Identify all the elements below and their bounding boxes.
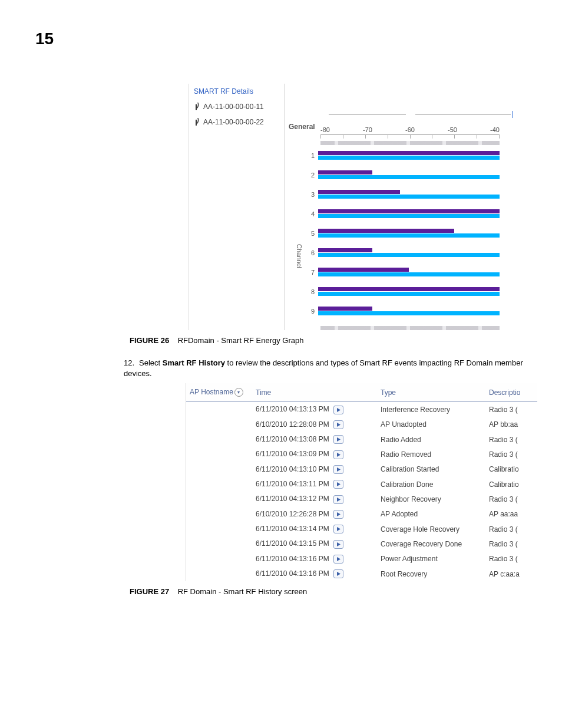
- play-icon[interactable]: [333, 555, 343, 564]
- cell-description: Radio 3 (: [485, 492, 537, 506]
- play-icon[interactable]: [333, 525, 343, 533]
- cell-hostname: [186, 492, 252, 506]
- play-icon[interactable]: [333, 540, 343, 549]
- cell-description: Calibratio: [485, 462, 537, 477]
- chart-bar-series1: [318, 307, 372, 311]
- chart-bar-series1: [318, 209, 500, 213]
- svg-marker-0: [337, 408, 340, 412]
- cell-hostname: [186, 462, 252, 477]
- col-ap-hostname[interactable]: AP Hostname▾: [186, 383, 252, 402]
- cell-type: AP Adopted: [377, 507, 485, 522]
- cell-description: Radio 3 (: [485, 432, 537, 447]
- cell-hostname: [186, 417, 252, 432]
- chart-row: 3: [298, 190, 500, 199]
- table-row[interactable]: 6/11/2010 04:13:15 PM Coverage Recovery …: [186, 536, 537, 551]
- ap-icon: [193, 118, 201, 126]
- cell-time: 6/10/2010 12:26:28 PM: [252, 507, 377, 522]
- chart-row: 2: [298, 170, 500, 179]
- chart-bar-series1: [318, 170, 372, 174]
- cell-time: 6/10/2010 12:28:08 PM: [252, 417, 377, 432]
- play-icon[interactable]: [333, 569, 343, 578]
- col-time[interactable]: Time: [252, 383, 377, 402]
- cell-type: Neighbor Recovery: [377, 492, 485, 506]
- table-row[interactable]: 6/11/2010 04:13:08 PM Radio AddedRadio 3…: [186, 432, 537, 447]
- col-type[interactable]: Type: [377, 383, 485, 402]
- figure27-caption: FIGURE 27 RF Domain - Smart RF History s…: [130, 587, 527, 596]
- play-icon[interactable]: [333, 495, 343, 504]
- cell-hostname: [186, 552, 252, 566]
- fig26-panel: SMART RF Details AA-11-00-00-00-11AA-11-…: [189, 84, 513, 330]
- cell-description: Radio 3 (: [485, 522, 537, 536]
- svg-marker-9: [337, 542, 340, 546]
- table-row[interactable]: 6/11/2010 04:13:11 PM Calibration DoneCa…: [186, 477, 537, 492]
- x-tick: -80: [320, 126, 330, 133]
- tree-item[interactable]: AA-11-00-00-00-11: [189, 99, 285, 114]
- sort-icon[interactable]: ▾: [234, 388, 243, 397]
- cell-type: Radio Removed: [377, 447, 485, 462]
- cell-hostname: [186, 477, 252, 492]
- figure27-label: FIGURE 27: [130, 587, 169, 596]
- cell-type: Calibration Started: [377, 462, 485, 477]
- cell-time: 6/11/2010 04:13:16 PM: [252, 566, 377, 581]
- chart-bar-series2: [318, 175, 500, 179]
- tree-item-label: AA-11-00-00-00-11: [203, 103, 264, 111]
- play-icon[interactable]: [333, 480, 343, 489]
- figure26-caption: FIGURE 26 RFDomain - Smart RF Energy Gra…: [130, 336, 527, 345]
- cell-description: Radio 3 (: [485, 447, 537, 462]
- col-ap-hostname-label: AP Hostname: [190, 388, 233, 396]
- figure27-text: RF Domain - Smart RF History screen: [178, 587, 308, 596]
- col-description[interactable]: Descriptio: [485, 383, 537, 402]
- play-icon[interactable]: [333, 465, 343, 474]
- chart-bar-series2: [318, 272, 500, 276]
- cell-type: Power Adjustment: [377, 552, 485, 566]
- cell-time: 6/11/2010 04:13:11 PM: [252, 477, 377, 492]
- table-row[interactable]: 6/11/2010 04:13:16 PM Power AdjustmentRa…: [186, 552, 537, 566]
- chart-bar-series1: [318, 229, 454, 233]
- svg-marker-4: [337, 467, 340, 472]
- chart-row: 1: [298, 151, 500, 160]
- chart-row: 5: [298, 229, 500, 238]
- cell-description: Radio 3 (: [485, 552, 537, 566]
- svg-marker-5: [337, 482, 340, 486]
- cell-type: Radio Added: [377, 432, 485, 447]
- table-row[interactable]: 6/11/2010 04:13:16 PM Root RecoveryAP c:…: [186, 566, 537, 581]
- cell-time: 6/11/2010 04:13:15 PM: [252, 536, 377, 551]
- play-icon[interactable]: [333, 450, 343, 459]
- cell-hostname: [186, 402, 252, 417]
- table-row[interactable]: 6/11/2010 04:13:10 PM Calibration Starte…: [186, 462, 537, 477]
- svg-marker-1: [337, 423, 340, 427]
- chart-row: 7: [298, 268, 500, 276]
- cell-description: Radio 3 (: [485, 402, 537, 417]
- table-row[interactable]: 6/11/2010 04:13:14 PM Coverage Hole Reco…: [186, 522, 537, 536]
- table-row[interactable]: 6/11/2010 04:13:09 PM Radio RemovedRadio…: [186, 447, 537, 462]
- step-number: 12.: [124, 358, 139, 368]
- chart-row-label: 3: [298, 191, 315, 198]
- table-row[interactable]: 6/10/2010 12:26:28 PM AP AdoptedAP aa:aa: [186, 507, 537, 522]
- table-row[interactable]: 6/11/2010 04:13:12 PM Neighbor RecoveryR…: [186, 492, 537, 506]
- cell-hostname: [186, 566, 252, 581]
- smart-rf-tree: SMART RF Details AA-11-00-00-00-11AA-11-…: [189, 84, 285, 330]
- tree-item[interactable]: AA-11-00-00-00-22: [189, 114, 285, 130]
- cell-description: Radio 3 (: [485, 536, 537, 551]
- cell-type: AP Unadopted: [377, 417, 485, 432]
- play-icon[interactable]: [333, 435, 343, 444]
- play-icon[interactable]: [333, 510, 343, 519]
- chart-row: 8: [298, 287, 500, 296]
- svg-marker-7: [337, 512, 340, 516]
- cell-type: Coverage Recovery Done: [377, 536, 485, 551]
- table-row[interactable]: 6/11/2010 04:13:13 PM Interference Recov…: [186, 402, 537, 417]
- play-icon[interactable]: [333, 420, 343, 429]
- step-bold: Smart RF History: [163, 358, 225, 367]
- figure26-label: FIGURE 26: [130, 336, 169, 345]
- chart-bar-series1: [318, 190, 400, 194]
- svg-marker-10: [337, 557, 340, 561]
- svg-marker-11: [337, 572, 340, 576]
- cell-time: 6/11/2010 04:13:09 PM: [252, 447, 377, 462]
- chart-bar-series2: [318, 195, 500, 199]
- table-row[interactable]: 6/10/2010 12:28:08 PM AP UnadoptedAP bb:…: [186, 417, 537, 432]
- cell-hostname: [186, 536, 252, 551]
- cell-type: Calibration Done: [377, 477, 485, 492]
- play-icon[interactable]: [333, 406, 343, 414]
- x-tick: -70: [363, 126, 372, 133]
- chart-bar-series1: [318, 268, 409, 272]
